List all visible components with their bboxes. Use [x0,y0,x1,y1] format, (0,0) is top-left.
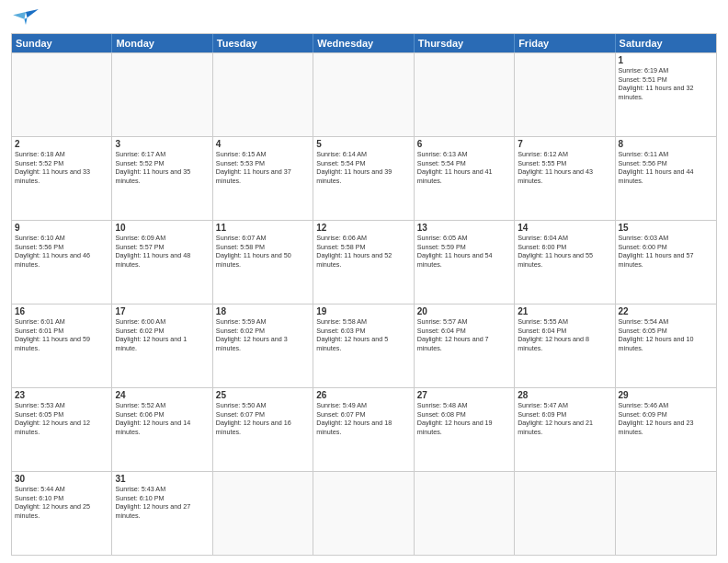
calendar-cell [12,53,112,136]
cell-info: Sunrise: 6:07 AM Sunset: 5:58 PM Dayligh… [216,234,310,270]
day-number: 26 [316,390,410,400]
cell-info: Sunrise: 5:54 AM Sunset: 6:05 PM Dayligh… [619,317,713,353]
day-number: 12 [316,223,410,233]
calendar-cell: 16Sunrise: 6:01 AM Sunset: 6:01 PM Dayli… [12,304,112,387]
calendar-cell: 3Sunrise: 6:17 AM Sunset: 5:52 PM Daylig… [112,137,212,220]
weekday-header-sunday: Sunday [12,34,112,52]
day-number: 8 [619,139,713,149]
weekday-header-tuesday: Tuesday [213,34,313,52]
cell-info: Sunrise: 5:47 AM Sunset: 6:09 PM Dayligh… [518,401,611,437]
calendar: SundayMondayTuesdayWednesdayThursdayFrid… [11,33,717,556]
calendar-cell: 30Sunrise: 5:44 AM Sunset: 6:10 PM Dayli… [12,472,112,555]
day-number: 14 [518,223,611,233]
calendar-cell: 27Sunrise: 5:48 AM Sunset: 6:08 PM Dayli… [415,388,515,471]
day-number: 19 [316,306,410,316]
calendar-cell: 14Sunrise: 6:04 AM Sunset: 6:00 PM Dayli… [515,221,615,304]
day-number: 28 [518,390,611,400]
weekday-header-saturday: Saturday [616,34,716,52]
calendar-cell [515,53,615,136]
calendar-cell [415,472,515,555]
calendar-cell [515,472,615,555]
calendar-cell: 13Sunrise: 6:05 AM Sunset: 5:59 PM Dayli… [415,221,515,304]
cell-info: Sunrise: 6:03 AM Sunset: 6:00 PM Dayligh… [619,234,713,270]
cell-info: Sunrise: 6:12 AM Sunset: 5:55 PM Dayligh… [518,150,611,186]
cell-info: Sunrise: 5:55 AM Sunset: 6:04 PM Dayligh… [518,317,611,353]
calendar-cell: 6Sunrise: 6:13 AM Sunset: 5:54 PM Daylig… [415,137,515,220]
calendar-cell: 2Sunrise: 6:18 AM Sunset: 5:52 PM Daylig… [12,137,112,220]
cell-info: Sunrise: 6:05 AM Sunset: 5:59 PM Dayligh… [417,234,511,270]
day-number: 27 [417,390,511,400]
weekday-header-wednesday: Wednesday [313,34,414,52]
cell-info: Sunrise: 5:50 AM Sunset: 6:07 PM Dayligh… [216,401,310,437]
calendar-cell: 1Sunrise: 6:19 AM Sunset: 5:51 PM Daylig… [616,53,716,136]
cell-info: Sunrise: 6:13 AM Sunset: 5:54 PM Dayligh… [417,150,511,186]
weekday-header-thursday: Thursday [415,34,515,52]
day-number: 23 [15,390,108,400]
day-number: 29 [619,390,713,400]
cell-info: Sunrise: 6:04 AM Sunset: 6:00 PM Dayligh… [518,234,611,270]
cell-info: Sunrise: 5:44 AM Sunset: 6:10 PM Dayligh… [15,485,108,521]
day-number: 7 [518,139,611,149]
cell-info: Sunrise: 6:15 AM Sunset: 5:53 PM Dayligh… [216,150,310,186]
cell-info: Sunrise: 6:10 AM Sunset: 5:56 PM Dayligh… [15,234,108,270]
calendar-cell: 21Sunrise: 5:55 AM Sunset: 6:04 PM Dayli… [515,304,615,387]
svg-marker-2 [24,17,27,25]
svg-marker-0 [26,9,39,17]
day-number: 16 [15,306,108,316]
cell-info: Sunrise: 5:46 AM Sunset: 6:09 PM Dayligh… [619,401,713,437]
calendar-row-1: 1Sunrise: 6:19 AM Sunset: 5:51 PM Daylig… [12,52,716,136]
calendar-cell: 18Sunrise: 5:59 AM Sunset: 6:02 PM Dayli… [213,304,313,387]
calendar-row-5: 23Sunrise: 5:53 AM Sunset: 6:05 PM Dayli… [12,387,716,471]
cell-info: Sunrise: 6:19 AM Sunset: 5:51 PM Dayligh… [619,66,713,102]
day-number: 10 [115,223,209,233]
day-number: 15 [619,223,713,233]
calendar-cell: 22Sunrise: 5:54 AM Sunset: 6:05 PM Dayli… [616,304,716,387]
calendar-cell: 10Sunrise: 6:09 AM Sunset: 5:57 PM Dayli… [112,221,212,304]
calendar-cell [616,472,716,555]
svg-marker-1 [13,12,26,19]
day-number: 1 [619,55,713,65]
calendar-cell: 5Sunrise: 6:14 AM Sunset: 5:54 PM Daylig… [313,137,414,220]
cell-info: Sunrise: 6:06 AM Sunset: 5:58 PM Dayligh… [316,234,410,270]
day-number: 3 [115,139,209,149]
day-number: 24 [115,390,209,400]
day-number: 31 [115,474,209,484]
day-number: 2 [15,139,108,149]
cell-info: Sunrise: 5:57 AM Sunset: 6:04 PM Dayligh… [417,317,511,353]
day-number: 11 [216,223,310,233]
calendar-cell [313,472,414,555]
calendar-cell: 23Sunrise: 5:53 AM Sunset: 6:05 PM Dayli… [12,388,112,471]
day-number: 25 [216,390,310,400]
calendar-row-4: 16Sunrise: 6:01 AM Sunset: 6:01 PM Dayli… [12,304,716,387]
day-number: 9 [15,223,108,233]
cell-info: Sunrise: 6:01 AM Sunset: 6:01 PM Dayligh… [15,317,108,353]
cell-info: Sunrise: 5:58 AM Sunset: 6:03 PM Dayligh… [316,317,410,353]
calendar-header: SundayMondayTuesdayWednesdayThursdayFrid… [12,34,716,52]
day-number: 4 [216,139,310,149]
day-number: 5 [316,139,410,149]
calendar-cell: 9Sunrise: 6:10 AM Sunset: 5:56 PM Daylig… [12,221,112,304]
calendar-row-6: 30Sunrise: 5:44 AM Sunset: 6:10 PM Dayli… [12,471,716,555]
cell-info: Sunrise: 6:17 AM Sunset: 5:52 PM Dayligh… [115,150,209,186]
cell-info: Sunrise: 5:52 AM Sunset: 6:06 PM Dayligh… [115,401,209,437]
cell-info: Sunrise: 6:09 AM Sunset: 5:57 PM Dayligh… [115,234,209,270]
calendar-row-2: 2Sunrise: 6:18 AM Sunset: 5:52 PM Daylig… [12,136,716,220]
cell-info: Sunrise: 6:14 AM Sunset: 5:54 PM Dayligh… [316,150,410,186]
calendar-cell: 19Sunrise: 5:58 AM Sunset: 6:03 PM Dayli… [313,304,414,387]
cell-info: Sunrise: 5:59 AM Sunset: 6:02 PM Dayligh… [216,317,310,353]
cell-info: Sunrise: 5:53 AM Sunset: 6:05 PM Dayligh… [15,401,108,437]
calendar-cell: 15Sunrise: 6:03 AM Sunset: 6:00 PM Dayli… [616,221,716,304]
calendar-cell [213,472,313,555]
calendar-cell: 29Sunrise: 5:46 AM Sunset: 6:09 PM Dayli… [616,388,716,471]
calendar-cell: 24Sunrise: 5:52 AM Sunset: 6:06 PM Dayli… [112,388,212,471]
calendar-cell [313,53,414,136]
calendar-cell: 26Sunrise: 5:49 AM Sunset: 6:07 PM Dayli… [313,388,414,471]
day-number: 17 [115,306,209,316]
calendar-cell [112,53,212,136]
calendar-cell: 25Sunrise: 5:50 AM Sunset: 6:07 PM Dayli… [213,388,313,471]
logo-text [11,9,39,28]
calendar-cell: 17Sunrise: 6:00 AM Sunset: 6:02 PM Dayli… [112,304,212,387]
cell-info: Sunrise: 5:49 AM Sunset: 6:07 PM Dayligh… [316,401,410,437]
logo-bird-icon [13,9,39,28]
calendar-cell: 8Sunrise: 6:11 AM Sunset: 5:56 PM Daylig… [616,137,716,220]
